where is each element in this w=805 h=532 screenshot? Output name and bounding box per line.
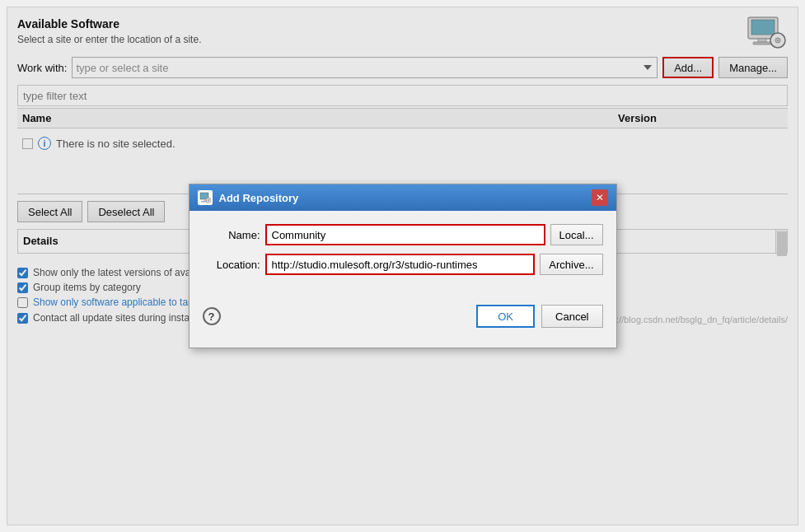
dialog-title-text: Add Repository <box>219 192 299 204</box>
location-field-row: Location: Archive... <box>203 254 603 275</box>
dialog-title-icon <box>198 190 213 205</box>
dialog-footer: ? OK Cancel <box>190 296 616 336</box>
dialog-body: Name: Local... Location: Archive... <box>190 211 616 296</box>
ok-button[interactable]: OK <box>476 305 535 328</box>
name-input[interactable] <box>265 224 545 245</box>
help-icon[interactable]: ? <box>203 307 221 325</box>
name-label: Name: <box>203 229 260 241</box>
svg-rect-8 <box>204 199 206 201</box>
cancel-button[interactable]: Cancel <box>541 305 602 328</box>
archive-button[interactable]: Archive... <box>540 254 602 275</box>
location-input[interactable] <box>265 254 536 275</box>
main-panel: Available Software Select a site or ente… <box>7 7 798 525</box>
dialog-close-button[interactable]: ✕ <box>592 189 608 206</box>
location-label: Location: <box>203 259 260 271</box>
svg-point-11 <box>207 199 208 201</box>
add-repository-dialog: Add Repository ✕ Name: Local... Location… <box>189 184 617 348</box>
dialog-titlebar: Add Repository ✕ <box>190 184 616 211</box>
name-field-row: Name: Local... <box>203 224 603 245</box>
dialog-footer-buttons: OK Cancel <box>476 305 602 328</box>
local-button[interactable]: Local... <box>550 224 603 245</box>
dialog-title-left: Add Repository <box>198 190 299 205</box>
dialog-overlay: Add Repository ✕ Name: Local... Location… <box>7 7 798 525</box>
